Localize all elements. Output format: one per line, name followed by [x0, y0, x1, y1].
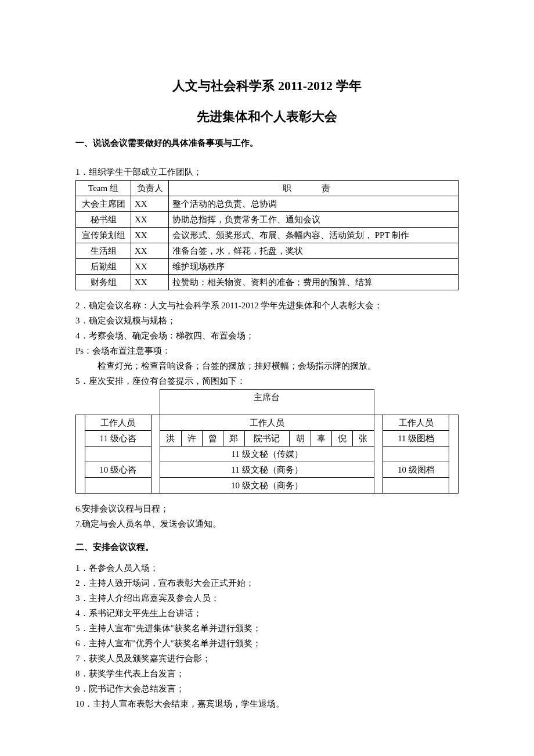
team-cell: XX [131, 243, 169, 259]
section2-heading: 二、安排会议议程。 [75, 540, 459, 554]
team-cell: 秘书组 [76, 212, 131, 228]
title-sub: 先进集体和个人表彰大会 [75, 106, 459, 127]
seating-name: 洪 [160, 431, 181, 447]
table-row: 财务组 XX 拉赞助；相关物资、资料的准备；费用的预算、结算 [76, 275, 459, 290]
seating-name: 辜 [311, 431, 331, 447]
seating-left-10xinzi: 10 级心咨 [85, 462, 151, 478]
section1-heading: 一、说说会议需要做好的具体准备事项与工作。 [75, 136, 459, 150]
section2-item: 7．获奖人员及颁奖嘉宾进行合影； [75, 651, 459, 665]
section2-item: 6．主持人宣布"优秀个人"获奖名单并进行颁奖； [75, 636, 459, 650]
team-cell: XX [131, 212, 169, 228]
title-main: 人文与社会科学系 2011-2012 学年 [75, 75, 459, 96]
seating-right-10tudang: 10 级图档 [383, 462, 449, 478]
seating-staff-left: 工作人员 [85, 415, 151, 431]
team-table: Team 组 负责人 职 责 大会主席团 XX 整个活动的总负责、总协调 秘书组… [75, 180, 459, 290]
seating-staff-mid: 工作人员 [160, 415, 374, 431]
seating-table: 主席台 工作人员 工作人员 工作人员 11 级心咨 洪 许 曾 郑 院书记 胡 … [75, 389, 459, 494]
seating-name: 胡 [290, 431, 311, 447]
section2-item: 2．主持人致开场词，宣布表彰大会正式开始； [75, 576, 459, 590]
section2-item: 3．主持人介绍出席嘉宾及参会人员； [75, 591, 459, 605]
team-cell: XX [131, 228, 169, 243]
section1-item4: 4．考察会场、确定会场：梯教四、布置会场； [75, 329, 459, 343]
team-cell: 协助总指挥，负责常务工作、通知会议 [169, 212, 459, 228]
table-row: 生活组 XX 准备台签，水，鲜花，托盘，奖状 [76, 243, 459, 259]
section1-item1: 1．组织学生干部成立工作团队； [75, 165, 459, 179]
team-cell: XX [131, 275, 169, 290]
team-cell: 财务组 [76, 275, 131, 290]
seating-name: 郑 [223, 431, 244, 447]
seating-mid-10shangwu: 10 级文秘（商务） [160, 478, 374, 494]
seating-staff-right: 工作人员 [383, 415, 449, 431]
section1-item3: 3．确定会议规模与规格； [75, 314, 459, 327]
seating-name: 院书记 [244, 431, 290, 447]
seating-name: 许 [181, 431, 202, 447]
section1-item2: 2．确定会议名称：人文与社会科学系 2011-2012 学年先进集体和个人表彰大… [75, 298, 459, 312]
section2-item: 4．系书记郑文平先生上台讲话； [75, 606, 459, 620]
table-row: 后勤组 XX 维护现场秩序 [76, 259, 459, 275]
section2-item: 9．院书记作大会总结发言； [75, 682, 459, 696]
section1-ps-detail: 检查灯光；检查音响设备；台签的摆放；挂好横幅；会场指示牌的摆放。 [75, 359, 459, 373]
section2-item: 10．主持人宣布表彰大会结束，嘉宾退场，学生退场。 [75, 697, 459, 711]
team-cell: 大会主席团 [76, 196, 131, 212]
table-row: 秘书组 XX 协助总指挥，负责常务工作、通知会议 [76, 212, 459, 228]
team-cell: 生活组 [76, 243, 131, 259]
section2-item: 1．各参会人员入场； [75, 561, 459, 575]
table-row: 宣传策划组 XX 会议形式、颁奖形式、布展、条幅内容、活动策划， PPT 制作 [76, 228, 459, 243]
section1-item6: 6.安排会议议程与日程； [75, 502, 459, 516]
table-row: 大会主席团 XX 整个活动的总负责、总协调 [76, 196, 459, 212]
section1-ps: Ps：会场布置注意事项： [75, 344, 459, 358]
team-header-person: 负责人 [131, 181, 169, 196]
team-cell: 会议形式、颁奖形式、布展、条幅内容、活动策划， PPT 制作 [169, 228, 459, 243]
seating-name: 曾 [202, 431, 223, 447]
team-cell: XX [131, 259, 169, 275]
seating-stage: 主席台 [160, 390, 374, 415]
team-cell: 维护现场秩序 [169, 259, 459, 275]
seating-right-11tudang: 11 级图档 [383, 431, 449, 447]
team-cell: XX [131, 196, 169, 212]
team-cell: 拉赞助；相关物资、资料的准备；费用的预算、结算 [169, 275, 459, 290]
seating-mid-11shangwu: 11 级文秘（商务） [160, 462, 374, 478]
section1-item5: 5．座次安排，座位有台签提示，简图如下： [75, 374, 459, 388]
seating-name: 倪 [331, 431, 352, 447]
team-cell: 宣传策划组 [76, 228, 131, 243]
seating-name: 张 [353, 431, 374, 447]
team-cell: 后勤组 [76, 259, 131, 275]
team-header-team: Team 组 [76, 181, 131, 196]
section2-item: 8．获奖学生代表上台发言； [75, 667, 459, 681]
table-header-row: Team 组 负责人 职 责 [76, 181, 459, 196]
team-header-duty: 职 责 [169, 181, 459, 196]
team-cell: 整个活动的总负责、总协调 [169, 196, 459, 212]
seating-mid-11chuanmei: 11 级文秘（传媒） [160, 447, 374, 462]
team-cell: 准备台签，水，鲜花，托盘，奖状 [169, 243, 459, 259]
seating-left-11xinzi: 11 级心咨 [85, 431, 151, 447]
section1-item7: 7.确定与会人员名单、发送会议通知。 [75, 517, 459, 531]
section2-item: 5．主持人宣布"先进集体"获奖名单并进行颁奖； [75, 621, 459, 635]
